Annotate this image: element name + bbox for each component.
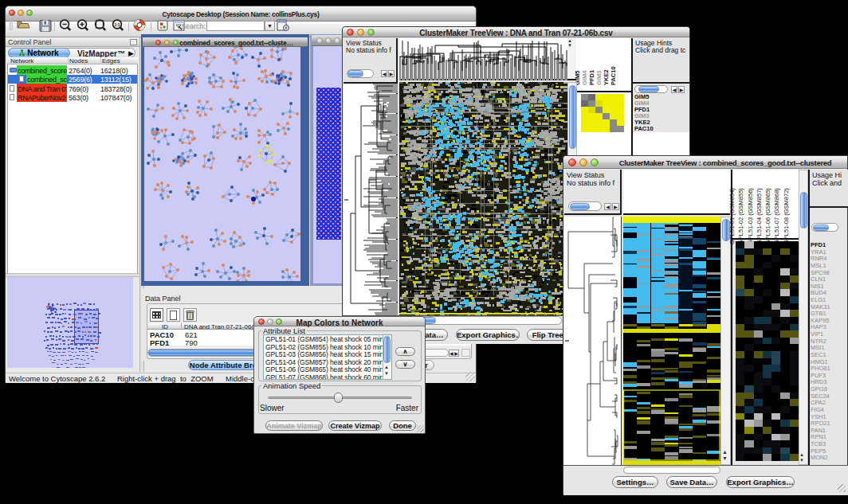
svg-text:1:1: 1:1 bbox=[114, 22, 120, 27]
